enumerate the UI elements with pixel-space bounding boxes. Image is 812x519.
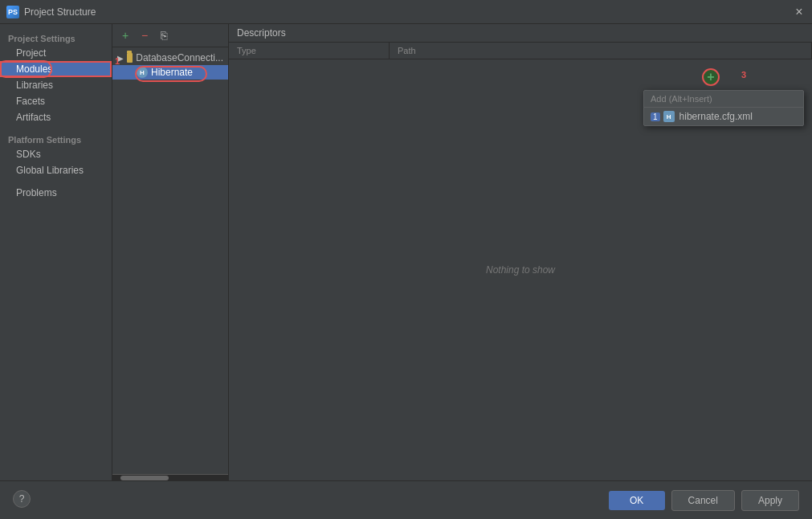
sidebar: Project Settings Project Modules 1 Libra… <box>0 24 112 480</box>
tooltip-item-hibernate-cfg[interactable]: 1 H hibernate.cfg.xml <box>644 108 803 125</box>
sidebar-item-artifacts[interactable]: Artifacts <box>0 109 112 125</box>
sidebar-item-facets[interactable]: Facets <box>0 93 112 109</box>
module-panel: + − ⎘ ▶ DatabaseConnecti... H Hibernate … <box>112 24 229 480</box>
path-column-header: Path <box>390 43 812 59</box>
add-module-button[interactable]: + <box>117 27 133 43</box>
bottom-bar: ? OK Cancel Apply <box>0 480 812 519</box>
tooltip-item-label: hibernate.cfg.xml <box>679 111 753 122</box>
sidebar-item-problems[interactable]: Problems <box>0 185 112 201</box>
help-button[interactable]: ? <box>13 490 31 508</box>
apply-button[interactable]: Apply <box>741 490 799 511</box>
dialog-title: Project Structure <box>24 6 793 18</box>
project-settings-label: Project Settings <box>0 31 112 45</box>
type-column-header: Type <box>229 43 390 59</box>
sidebar-item-project[interactable]: Project <box>0 45 112 61</box>
app-icon: PS <box>6 6 19 18</box>
remove-module-button[interactable]: − <box>137 27 153 43</box>
ok-button[interactable]: OK <box>609 491 665 510</box>
sidebar-item-modules[interactable]: Modules <box>0 61 112 77</box>
descriptor-table-header: Type Path + 3 <box>229 43 812 59</box>
add-descriptor-button[interactable]: + <box>702 68 720 86</box>
close-button[interactable]: × <box>793 6 806 18</box>
title-bar: PS Project Structure × <box>0 0 812 24</box>
hibernate-icon: H <box>137 67 148 78</box>
window-controls: × <box>793 6 806 18</box>
tooltip-header: Add (Alt+Insert) <box>644 91 803 108</box>
tree-item-database-connection[interactable]: ▶ DatabaseConnecti... <box>112 51 228 65</box>
sidebar-item-sdks[interactable]: SDKs <box>0 146 112 162</box>
descriptor-panel: Descriptors Type Path + 3 Nothing to sho… <box>229 24 812 480</box>
hibernate-item-label: Hibernate <box>151 67 193 78</box>
add-descriptor-area: + <box>702 68 720 86</box>
annotation-3: 3 <box>741 70 746 80</box>
content-area: Project Settings Project Modules 1 Libra… <box>0 24 812 480</box>
tree-item-label: DatabaseConnecti... <box>136 52 223 63</box>
sidebar-item-global-libraries[interactable]: Global Libraries <box>0 162 112 178</box>
tree-item-hibernate[interactable]: H Hibernate <box>112 65 228 80</box>
module-tree: ▶ DatabaseConnecti... H Hibernate 2 <box>112 47 228 474</box>
module-horizontal-scrollbar[interactable] <box>112 474 228 480</box>
platform-settings-label: Platform Settings <box>0 132 112 146</box>
module-toolbar: + − ⎘ <box>112 24 228 47</box>
help-area: ? <box>13 490 31 508</box>
sidebar-item-libraries[interactable]: Libraries <box>0 77 112 93</box>
project-structure-dialog: Project Settings Project Modules 1 Libra… <box>0 24 812 519</box>
cancel-button[interactable]: Cancel <box>671 490 735 511</box>
add-descriptor-dropdown: Add (Alt+Insert) 1 H hibernate.cfg.xml <box>643 90 804 126</box>
tooltip-item-number: 1 <box>651 112 660 121</box>
vertical-scrollbar[interactable] <box>804 66 812 480</box>
folder-icon <box>127 53 133 63</box>
descriptors-header: Descriptors <box>229 24 812 43</box>
xml-file-icon: H <box>663 111 675 122</box>
copy-module-button[interactable]: ⎘ <box>156 27 172 43</box>
